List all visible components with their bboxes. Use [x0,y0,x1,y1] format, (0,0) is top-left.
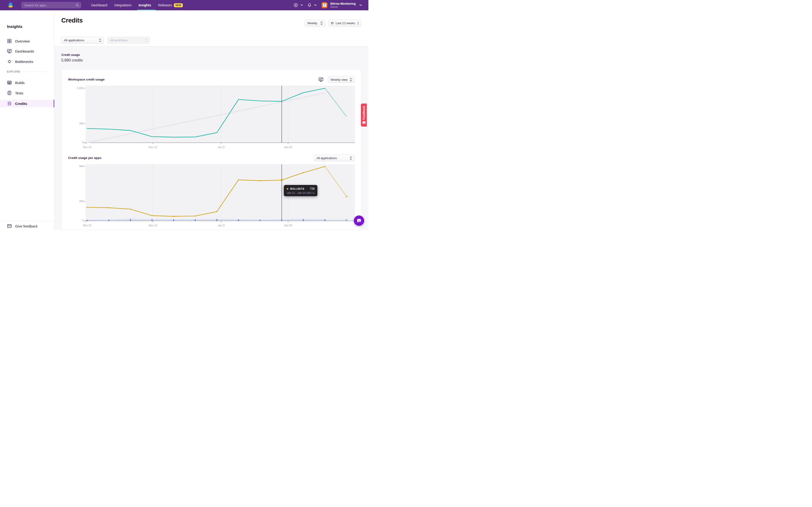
workspace-name: Bitrise-Monitoring [331,2,356,5]
chart1-xtick: Jan 3 [212,146,231,149]
updown-chevron-icon [350,78,352,81]
new-badge: NEW [174,3,183,7]
envelope-icon [7,224,12,228]
chart2-xtick: Dec 12 [144,224,162,227]
workspace-avatar[interactable]: T [322,2,327,8]
chart2-xtick: Jan 3 [212,224,231,227]
primary-nav: Dashboard Integrations Insights Releases… [91,0,183,10]
nav-tab-insights[interactable]: Insights [139,3,151,7]
updown-chevron-icon [320,21,322,25]
sidebar-title: Insights [7,24,22,29]
credit-usage-value: 5,880 credits [61,58,83,62]
updown-chevron-icon [145,39,147,42]
tests-icon [7,91,12,95]
chat-bubble-icon [356,218,362,223]
tooltip-date-range: JAN 23 - JAN 30 GMT+1 [287,192,315,194]
chart-hover-tooltip: BULLSEYE 738 JAN 23 - JAN 30 GMT+1 [284,185,317,196]
page-title: Credits [61,17,83,24]
sidebar-item-credits[interactable]: Credits [0,100,54,107]
active-tab-indicator [137,10,156,10]
credit-usage-label: Credit usage [61,53,80,57]
chart1-xtick: Dec 12 [144,146,162,149]
nav-tab-releases[interactable]: Releases NEW [158,3,183,7]
lightbulb-icon [7,59,12,64]
monitor-chart-icon [7,49,12,54]
workflows-filter-dropdown: All workflows [107,37,150,44]
bitrise-insights-credits-page: Dashboard Integrations Insights Releases… [0,0,368,230]
chat-launcher-button[interactable] [354,216,364,226]
chart-view-icon[interactable] [319,77,323,82]
tooltip-series-name: BULLSEYE [290,187,308,190]
sidebar-item-overview[interactable]: Overview [0,37,54,45]
chart2-xtick: Nov 21 [78,224,97,227]
search-input[interactable] [24,3,74,7]
chart2-title: Credit usage per apps [68,156,101,160]
workspace-role: Owner [331,5,356,8]
chart1-ytick: 350 [65,122,84,125]
credits-icon [7,101,12,106]
bitrise-logo-icon[interactable] [7,2,14,9]
sidebar-item-bottlenecks[interactable]: Bottlenecks [0,58,54,65]
workspace-credit-chart[interactable] [86,86,355,143]
updown-chevron-icon [350,156,352,160]
nav-tab-integrations[interactable]: Integrations [114,3,132,7]
updown-chevron-icon [357,21,359,25]
chart2-xtick: Jan 25 [278,224,297,227]
period-dropdown[interactable]: Weekly [305,20,325,26]
chart1-ytick: 1,001 [65,87,84,90]
sidebar-footer-divider [0,221,54,221]
chart2-applications-dropdown[interactable]: All applications [314,155,355,161]
chart1-title: Workspace credit usage [68,78,105,81]
nav-tab-dashboard[interactable]: Dashboard [91,3,107,7]
sidebar-item-dashboards[interactable]: Dashboards [0,47,54,55]
chevron-down-icon[interactable] [314,4,316,6]
chart2-ytick: 0 [65,219,84,222]
series-color-dot [287,188,288,190]
date-range-dropdown[interactable]: Last 12 weeks [328,20,361,26]
navbar-right-cluster: T Bitrise-Monitoring Owner [294,0,362,10]
builds-icon [7,80,12,85]
app-search[interactable] [21,2,81,8]
sidebar-item-tests[interactable]: Tests [0,89,54,97]
notifications-bell-icon[interactable] [307,3,312,7]
chart1-xtick: Nov 21 [78,146,97,149]
add-new-icon[interactable] [294,3,298,7]
calendar-icon [331,21,334,25]
chart2-ytick: 984 [65,165,84,168]
grid-icon [7,39,12,44]
chevron-down-icon[interactable] [301,4,303,6]
insights-sidebar: Insights Overview Dashboards [0,10,54,230]
chart1-view-dropdown[interactable]: Weekly view [328,76,355,83]
applications-filter-dropdown[interactable]: All applications [61,37,104,44]
workspace-info[interactable]: Bitrise-Monitoring Owner [331,2,356,8]
sidebar-item-builds[interactable]: Builds [0,79,54,87]
updown-chevron-icon [99,39,101,42]
feedback-tab[interactable]: Feedback [361,104,367,126]
chart1-xtick: Jan 25 [278,146,297,149]
chart1-ytick: 0 [65,141,84,144]
top-navbar: Dashboard Integrations Insights Releases… [0,0,368,10]
active-item-indicator [54,100,54,107]
explore-section-label: EXPLORE [7,70,20,73]
chart2-ytick: 350 [65,200,84,203]
search-icon [75,3,79,7]
chevron-down-icon[interactable] [359,4,362,6]
feedback-smiley-icon [362,121,366,124]
tooltip-value: 738 [310,187,315,190]
give-feedback-link[interactable]: Give feedback [0,222,54,230]
